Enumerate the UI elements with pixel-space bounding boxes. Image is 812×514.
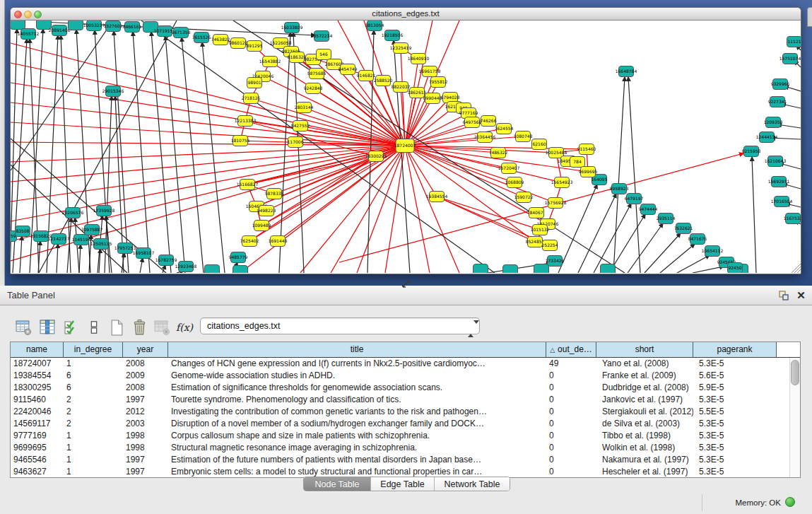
network-node[interactable]: 10654112: [702, 246, 724, 257]
network-node[interactable]: 15751074: [779, 54, 801, 64]
network-node[interactable]: 84067: [529, 208, 544, 218]
network-view-canvas[interactable]: 1405571220891406100532371527602846616110…: [11, 21, 801, 273]
network-node[interactable]: 1590722: [514, 192, 534, 203]
table-cell[interactable]: Jankovic et al. (1997): [596, 394, 693, 406]
network-node[interactable]: [473, 264, 488, 274]
network-node[interactable]: 17016504: [771, 197, 793, 207]
table-cell[interactable]: 9777169: [11, 430, 64, 442]
table-row[interactable]: 1938455462009Genome-wide association stu…: [11, 370, 800, 382]
table-cell[interactable]: 0: [546, 466, 596, 478]
table-cell[interactable]: 2: [64, 394, 123, 406]
network-node[interactable]: 8958923: [610, 184, 629, 194]
table-cell[interactable]: Estimation of the future numbers of pati…: [168, 454, 546, 466]
column-header-year[interactable]: year: [123, 342, 168, 358]
table-cell[interactable]: Estimation of significance thresholds fo…: [168, 382, 546, 394]
table-cell[interactable]: Wolkin et al. (1998): [596, 442, 693, 454]
network-node[interactable]: 11121: [787, 37, 801, 47]
table-cell[interactable]: Dudbridge et al. (2008): [596, 382, 693, 394]
table-cell[interactable]: 2: [64, 418, 123, 430]
network-node[interactable]: 8215958: [742, 146, 761, 157]
network-node[interactable]: 16958107: [133, 248, 155, 259]
network-node[interactable]: [534, 264, 549, 274]
network-node[interactable]: [11, 21, 25, 30]
network-window-titlebar[interactable]: citations_edges.txt: [11, 8, 801, 21]
network-node[interactable]: 1145194: [72, 235, 91, 245]
network-node[interactable]: 1167532: [784, 214, 801, 224]
table-cell[interactable]: 14569117: [11, 418, 64, 430]
network-node[interactable]: 746266: [481, 116, 497, 127]
table-cell[interactable]: 5.3E-5: [693, 442, 777, 454]
network-node[interactable]: 3624554: [495, 124, 514, 134]
table-row[interactable]: 969969511998Structural magnetic resonanc…: [11, 442, 800, 454]
table-cell[interactable]: 6: [64, 382, 123, 394]
column-header-short[interactable]: short: [596, 342, 693, 358]
table-row[interactable]: 1830029562008Estimation of significance …: [11, 382, 800, 394]
table-cell[interactable]: 0: [546, 394, 596, 406]
network-node[interactable]: 1691448: [269, 236, 288, 247]
network-node[interactable]: 16210643: [765, 156, 787, 167]
network-node[interactable]: 17359928: [93, 206, 115, 216]
network-node[interactable]: 15720407: [498, 163, 520, 174]
network-node[interactable]: 12923468: [175, 262, 197, 272]
network-node[interactable]: 16782759: [155, 255, 177, 266]
column-header-name[interactable]: name: [11, 342, 64, 358]
network-node[interactable]: 1209358: [764, 117, 783, 128]
network-node[interactable]: 19384554: [426, 192, 448, 202]
table-cell[interactable]: 2009: [123, 370, 168, 382]
network-node[interactable]: 9860128: [229, 38, 248, 49]
table-cell[interactable]: 5.5E-5: [693, 406, 777, 418]
network-node[interactable]: 29015346: [102, 86, 124, 97]
delete-column-icon[interactable]: [130, 318, 148, 337]
table-cell[interactable]: 5.3E-5: [693, 394, 777, 406]
table-cell[interactable]: Yano et al. (2008): [596, 358, 693, 370]
network-node[interactable]: [601, 264, 616, 274]
network-node[interactable]: 6497568: [463, 117, 482, 128]
network-node[interactable]: 8454749: [339, 64, 358, 75]
table-mode-icon[interactable]: [14, 318, 33, 337]
network-node[interactable]: [503, 265, 518, 274]
network-node[interactable]: 8427552: [291, 121, 310, 132]
network-node[interactable]: 12142737: [48, 234, 70, 245]
column-header-in_degree[interactable]: in_degree: [64, 342, 123, 358]
float-panel-icon[interactable]: [778, 290, 789, 301]
network-node[interactable]: 9115460: [577, 144, 596, 155]
network-node[interactable]: 12213383: [235, 116, 257, 127]
tab-network-table[interactable]: Network Table: [435, 477, 510, 491]
network-node[interactable]: 83508: [16, 226, 30, 237]
table-cell[interactable]: Genome-wide association studies in ADHD.: [168, 370, 546, 382]
table-cell[interactable]: 18300295: [11, 382, 64, 394]
table-body[interactable]: 1872400712008Changes of HCN gene express…: [11, 358, 800, 478]
table-cell[interactable]: Stergiakouli et al. (2012): [596, 406, 693, 418]
network-node[interactable]: 15166827: [237, 180, 259, 190]
network-node[interactable]: 784: [570, 157, 585, 168]
table-cell[interactable]: 49: [546, 358, 596, 370]
network-node[interactable]: 7632621: [674, 223, 693, 234]
table-cell[interactable]: 1997: [123, 394, 168, 406]
canvas-resize-grip[interactable]: [792, 264, 801, 273]
table-cell[interactable]: 2: [64, 406, 123, 418]
tab-edge-table[interactable]: Edge Table: [371, 477, 435, 491]
table-cell[interactable]: Disruption of a novel member of a sodium…: [168, 418, 546, 430]
network-node[interactable]: 2803144: [295, 103, 314, 113]
network-node[interactable]: [233, 266, 248, 274]
network-node[interactable]: 7955812: [429, 77, 448, 88]
table-cell[interactable]: 5.3E-5: [693, 466, 777, 478]
table-cell[interactable]: Structural magnetic resonance image aver…: [168, 442, 546, 454]
network-node[interactable]: 20206576: [62, 208, 84, 218]
table-cell[interactable]: 0: [546, 430, 596, 442]
show-columns-icon[interactable]: [38, 318, 57, 337]
table-cell[interactable]: 0: [546, 382, 596, 394]
new-column-icon[interactable]: [107, 318, 126, 337]
table-cell[interactable]: 1: [64, 466, 123, 478]
table-cell[interactable]: 9115460: [11, 394, 64, 406]
table-cell[interactable]: 9465546: [11, 454, 64, 466]
table-cell[interactable]: 2003: [123, 418, 168, 430]
network-node[interactable]: 92450: [728, 263, 743, 274]
network-node[interactable]: 14055712: [18, 29, 40, 40]
table-cell[interactable]: 22420046: [11, 406, 64, 418]
network-node[interactable]: 19218506: [382, 30, 404, 41]
network-node[interactable]: 12505135: [90, 239, 112, 250]
network-node[interactable]: [205, 265, 220, 274]
table-cell[interactable]: 1998: [123, 442, 168, 454]
table-cell[interactable]: 0: [546, 418, 596, 430]
